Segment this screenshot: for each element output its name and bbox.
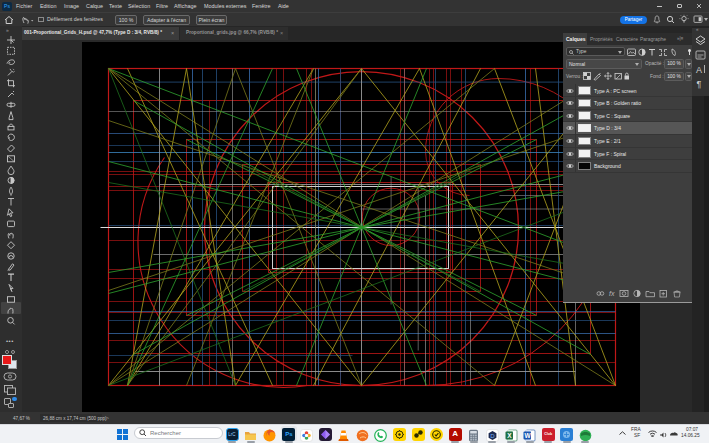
svg-text:fx: fx	[609, 290, 615, 297]
svg-text:W: W	[525, 431, 532, 438]
svg-text:A: A	[696, 65, 702, 75]
svg-text:D: D	[490, 433, 495, 439]
svg-text:¶: ¶	[697, 79, 702, 89]
svg-text:X: X	[507, 431, 512, 438]
